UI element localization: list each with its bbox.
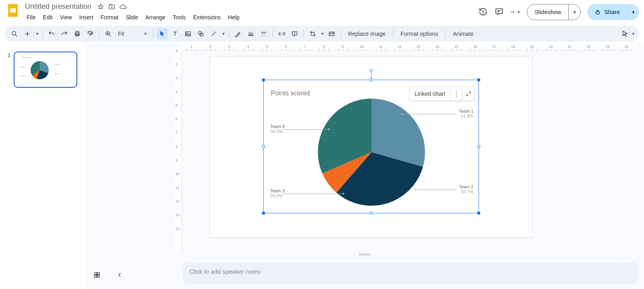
svg-rect-5 [596, 12, 599, 14]
canvas[interactable]: 1234567891011121314151617181920212223242… [85, 43, 644, 289]
collapse-filmstrip-icon[interactable] [116, 271, 123, 279]
slides-logo[interactable] [5, 2, 21, 19]
menu-tools[interactable]: Tools [169, 12, 189, 22]
menu-file[interactable]: File [23, 12, 39, 22]
paint-format-button[interactable] [85, 28, 96, 39]
toolbar: ▼ Fit▼ ▼ ▼ Replace image Format options … [5, 26, 639, 42]
redo-button[interactable] [59, 28, 70, 39]
toolbar-overflow-dropdown[interactable]: ▼ [632, 32, 635, 36]
svg-rect-8 [76, 31, 79, 33]
menu-arrange[interactable]: Arrange [142, 12, 169, 22]
svg-rect-10 [88, 31, 92, 33]
format-options-button[interactable]: Format options [396, 28, 442, 39]
unlink-icon[interactable] [462, 87, 474, 101]
new-slide-dropdown[interactable]: ▼ [35, 32, 39, 36]
svg-rect-19 [95, 272, 97, 275]
menu-format[interactable]: Format [97, 12, 122, 22]
search-icon[interactable] [9, 28, 20, 39]
cloud-status-icon[interactable] [120, 3, 127, 10]
svg-rect-3 [496, 9, 503, 14]
rotate-handle[interactable] [369, 69, 373, 72]
crop-tool[interactable] [307, 28, 318, 39]
share-button[interactable]: Share ▼ [587, 4, 639, 20]
animate-button[interactable]: Animate [449, 28, 477, 39]
zoom-in-icon[interactable] [103, 28, 114, 39]
ruler-horizontal: 1234567891011121314151617181920212223242… [182, 43, 636, 51]
pie-chart [318, 99, 425, 206]
slide-thumbnail-1[interactable]: Points scored Team 1 Team 2 Team 4 Team … [14, 52, 77, 88]
select-tool[interactable] [157, 28, 168, 39]
ruler-vertical: 1234567891011121314 [175, 51, 182, 252]
filmstrip: 1 Points scored Team 1 Team 2 Team 4 Tea… [0, 43, 85, 289]
border-weight-tool[interactable] [245, 28, 256, 39]
line-tool[interactable] [208, 28, 219, 39]
shape-tool[interactable] [195, 28, 206, 39]
history-icon[interactable] [479, 7, 488, 17]
link-tool[interactable] [276, 28, 287, 39]
replace-image-button[interactable]: Replace image [344, 28, 390, 39]
resize-handle-bm[interactable] [370, 212, 373, 215]
menu-extensions[interactable]: Extensions [190, 12, 224, 22]
menu-edit[interactable]: Edit [40, 12, 56, 22]
zoom-select[interactable]: Fit▼ [116, 31, 150, 37]
star-icon[interactable] [97, 3, 104, 10]
label-team-2: Team 232.7% [459, 184, 473, 194]
border-color-tool[interactable] [232, 28, 244, 39]
undo-button[interactable] [46, 28, 57, 39]
crop-dropdown[interactable]: ▼ [321, 32, 324, 36]
svg-rect-1 [10, 8, 16, 12]
text-box-tool[interactable] [169, 28, 181, 39]
resize-handle-ml[interactable] [262, 145, 265, 148]
move-icon[interactable] [108, 3, 116, 10]
speaker-notes[interactable]: Click to add speaker notes [183, 262, 638, 284]
label-team-4: Team 434.5% [270, 124, 285, 134]
grid-view-icon[interactable] [93, 271, 101, 279]
linked-chart-label[interactable]: Linked chart [410, 91, 450, 97]
resize-handle-tl[interactable] [262, 78, 265, 81]
share-dropdown[interactable]: ▼ [627, 4, 639, 20]
linked-chart-options-icon[interactable]: ⋮ [450, 87, 462, 101]
svg-rect-22 [97, 275, 99, 277]
label-team-3: Team 310.9% [270, 188, 285, 198]
line-tool-dropdown[interactable]: ▼ [222, 32, 225, 36]
document-bar: Untitled presentation File Edit View Ins… [0, 0, 644, 24]
menu-help[interactable]: Help [225, 12, 243, 22]
resize-handle-mr[interactable] [477, 145, 480, 148]
menu-view[interactable]: View [57, 12, 75, 22]
document-title[interactable]: Untitled presentation [23, 2, 93, 12]
meet-button[interactable]: ▼ [511, 7, 520, 17]
slide-number: 1 [5, 52, 10, 285]
svg-rect-12 [186, 32, 190, 36]
comments-icon[interactable] [495, 7, 504, 17]
slide-canvas[interactable]: Points scored Linked chart ⋮ [210, 56, 532, 237]
toolbar-pointer-icon[interactable] [619, 28, 631, 39]
menu-insert[interactable]: Insert [76, 12, 97, 22]
svg-rect-21 [95, 275, 97, 277]
menu-slide[interactable]: Slide [122, 12, 141, 22]
menu-bar: File Edit View Insert Format Slide Arran… [23, 12, 243, 22]
new-slide-button[interactable] [22, 28, 33, 39]
selected-chart-object[interactable]: Points scored Linked chart ⋮ [263, 80, 479, 213]
comment-tool[interactable] [289, 28, 300, 39]
svg-point-6 [12, 31, 16, 35]
border-dash-tool[interactable] [258, 28, 269, 39]
print-button[interactable] [72, 28, 83, 39]
resize-handle-tm[interactable] [370, 78, 373, 81]
resize-handle-br[interactable] [477, 212, 480, 215]
speaker-notes-resize-handle[interactable] [359, 254, 371, 255]
label-team-1: Team 121.8% [459, 109, 473, 118]
chart-title: Points scored [271, 90, 310, 97]
slideshow-button[interactable]: Slideshow ▼ [527, 4, 581, 20]
reset-image-tool[interactable] [326, 28, 337, 39]
slideshow-dropdown[interactable]: ▼ [568, 4, 580, 20]
image-tool[interactable] [182, 28, 194, 39]
resize-handle-bl[interactable] [262, 212, 265, 215]
svg-rect-20 [97, 272, 99, 275]
svg-rect-4 [511, 11, 513, 13]
resize-handle-tr[interactable] [477, 78, 480, 81]
